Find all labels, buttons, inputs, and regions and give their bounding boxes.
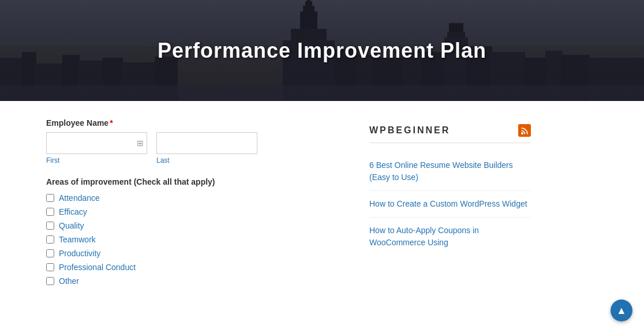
- quality-checkbox[interactable]: [46, 222, 54, 230]
- sidebar-header: WPBEGINNER: [369, 124, 531, 143]
- list-item: Professional Conduct: [46, 263, 346, 272]
- productivity-label[interactable]: Productivity: [59, 249, 100, 258]
- professional-conduct-checkbox[interactable]: [46, 263, 54, 271]
- list-item: Productivity: [46, 249, 346, 258]
- last-name-input[interactable]: [156, 132, 257, 154]
- sidebar: WPBEGINNER 6 Best Online Resume Website …: [369, 118, 531, 286]
- sidebar-link-item: How to Create a Custom WordPress Widget: [369, 191, 531, 218]
- sidebar-link-1[interactable]: 6 Best Online Resume Website Builders (E…: [369, 160, 513, 182]
- sub-labels: First Last: [46, 156, 346, 164]
- sidebar-link-item: How to Auto-Apply Coupons in WooCommerce…: [369, 218, 531, 256]
- sidebar-links: 6 Best Online Resume Website Builders (E…: [369, 152, 531, 256]
- list-item: Efficacy: [46, 207, 346, 216]
- sidebar-link-2[interactable]: How to Create a Custom WordPress Widget: [369, 199, 527, 208]
- sidebar-link-item: 6 Best Online Resume Website Builders (E…: [369, 152, 531, 191]
- list-item: Attendance: [46, 193, 346, 203]
- teamwork-checkbox[interactable]: [46, 235, 54, 244]
- productivity-checkbox[interactable]: [46, 249, 54, 257]
- sidebar-link-3[interactable]: How to Auto-Apply Coupons in WooCommerce…: [369, 226, 479, 247]
- other-label[interactable]: Other: [59, 276, 79, 286]
- scroll-top-icon: ▲: [616, 305, 627, 317]
- list-item: Teamwork: [46, 235, 346, 244]
- employee-name-label: Employee Name*: [46, 118, 346, 128]
- teamwork-label[interactable]: Teamwork: [59, 235, 96, 244]
- first-sub-label: First: [46, 156, 156, 164]
- list-item: Other: [46, 276, 346, 286]
- areas-label: Areas of improvement (Check all that app…: [46, 177, 346, 186]
- checkbox-list: Attendance Efficacy Quality Teamwork Pro…: [46, 193, 346, 286]
- scroll-to-top-button[interactable]: ▲: [611, 300, 632, 321]
- first-name-input[interactable]: [46, 132, 147, 154]
- input-icon: ⊞: [137, 139, 144, 148]
- efficacy-checkbox[interactable]: [46, 208, 54, 216]
- list-item: Quality: [46, 221, 346, 230]
- required-marker: *: [110, 118, 113, 128]
- label-text: Employee Name: [46, 118, 108, 128]
- rss-icon[interactable]: [518, 124, 531, 137]
- name-fields: ⊞: [46, 132, 346, 154]
- attendance-label[interactable]: Attendance: [59, 193, 100, 203]
- professional-conduct-label[interactable]: Professional Conduct: [59, 263, 136, 272]
- main-content: Employee Name* ⊞ First Last Areas of imp…: [0, 101, 644, 297]
- last-sub-label: Last: [156, 156, 267, 164]
- quality-label[interactable]: Quality: [59, 221, 84, 230]
- other-checkbox[interactable]: [46, 277, 54, 285]
- form-area: Employee Name* ⊞ First Last Areas of imp…: [46, 118, 346, 286]
- attendance-checkbox[interactable]: [46, 194, 54, 202]
- first-name-wrap: ⊞: [46, 132, 147, 154]
- sidebar-title: WPBEGINNER: [369, 125, 450, 136]
- efficacy-label[interactable]: Efficacy: [59, 207, 87, 216]
- last-name-wrap: [156, 132, 257, 154]
- page-title: Performance Improvement Plan: [158, 39, 486, 63]
- svg-point-32: [521, 132, 523, 134]
- hero-section: Performance Improvement Plan: [0, 0, 644, 101]
